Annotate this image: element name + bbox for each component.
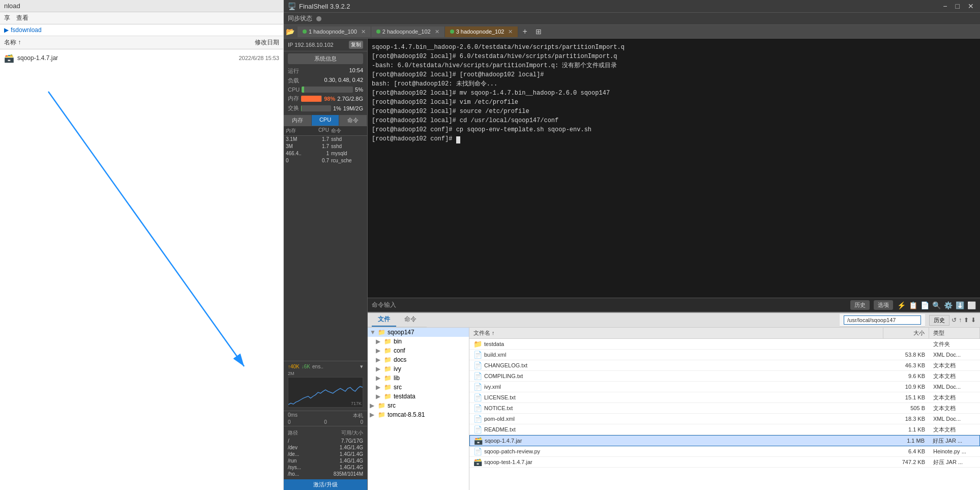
file-row-pom-old[interactable]: 📄pom-old.xml 18.3 KB XML Doc... — [469, 414, 980, 424]
terminal-output[interactable]: sqoop-1.4.7.bin__hadoop-2.6.0/testdata/h… — [368, 39, 980, 298]
disk-row[interactable]: /ho... 835M/1014M — [284, 471, 367, 477]
mem-label: 内存 — [288, 95, 299, 102]
download-file-icon[interactable]: ⬇ — [971, 316, 976, 324]
file-row-readme[interactable]: 📄README.txt 1.1 KB 文本文档 — [469, 424, 980, 435]
file-type: 好压 JAR ... — [929, 457, 980, 467]
tree-item-src2[interactable]: ▶ 📁 src — [368, 401, 469, 410]
path-input[interactable] — [844, 315, 921, 325]
copy-icon[interactable]: 📄 — [920, 301, 929, 309]
process-tabs: 内存 CPU 命令 — [284, 115, 367, 126]
process-tab-cpu[interactable]: CPU — [312, 115, 340, 126]
disk-row[interactable]: /de... 1.4G/1.4G — [284, 451, 367, 457]
file-row-testdata[interactable]: 📁testdata 文件夹 — [469, 339, 980, 350]
tree-item-lib[interactable]: ▶ 📁 lib — [368, 373, 469, 383]
file-row-sqoop-test[interactable]: 🗃️sqoop-test-1.4.7.jar 747.2 KB 好压 JAR .… — [469, 457, 980, 468]
folder-icon: 📁 — [384, 365, 392, 372]
tree-label: conf — [394, 347, 467, 354]
fl-header-name[interactable]: 文件名 ↑ — [469, 328, 883, 338]
fs-toolbar: 同步状态 — [284, 13, 980, 25]
tree-item-docs[interactable]: ▶ 📁 docs — [368, 355, 469, 364]
folder-icon: 📁 — [384, 356, 392, 363]
tree-item-tomcat[interactable]: ▶ 📁 tomcat-8.5.81 — [368, 410, 469, 419]
tab-command[interactable]: 命令 — [398, 313, 423, 327]
file-row-license[interactable]: 📄LICENSE.txt 15.1 KB 文本文档 — [469, 392, 980, 403]
tree-item-sqoop147[interactable]: ▼ 📁 sqoop147 — [368, 328, 469, 337]
tab-close-icon[interactable]: ✕ — [435, 28, 439, 35]
tab-hadoopnode-102-2[interactable]: 3 hadoopnode_102 ✕ — [445, 26, 519, 37]
disk-row[interactable]: /sys... 1.4G/1.4G — [284, 464, 367, 471]
history-btn[interactable]: 历史 — [929, 315, 949, 326]
ping-val-2: 0 — [360, 419, 363, 425]
download-icon[interactable]: ⬇️ — [956, 301, 964, 309]
maximize-button[interactable]: □ — [954, 2, 962, 10]
file-row-notice[interactable]: 📄NOTICE.txt 505 B 文本文档 — [469, 403, 980, 414]
left-breadcrumb[interactable]: ▶ fsdownload — [0, 24, 283, 36]
process-header: 内存 CPU 命令 — [284, 126, 367, 136]
term-line-2: -bash: 6.0/testdata/hive/scripts/partiti… — [372, 61, 976, 70]
fullscreen-icon[interactable]: ⬜ — [967, 301, 976, 309]
file-row-changelog[interactable]: 📄CHANGELOG.txt 46.3 KB 文本文档 — [469, 360, 980, 371]
sys-info-button[interactable]: 系统信息 — [288, 53, 363, 64]
file-row-build-xml[interactable]: 📄build.xml 53.8 KB XML Doc... — [469, 350, 980, 360]
file-row-sqoop-patch[interactable]: 📄sqoop-patch-review.py 6.4 KB Heinote.py… — [469, 446, 980, 457]
file-name: LICENSE.txt — [484, 394, 516, 400]
clipboard-icon[interactable]: 📋 — [909, 301, 917, 309]
left-title-bar: nload — [0, 0, 283, 12]
ip-copy-button[interactable]: 复制 — [349, 41, 363, 49]
grid-view-button[interactable]: ⊞ — [531, 25, 546, 38]
disk-path-2: /de... — [288, 451, 322, 457]
file-row-ivy-xml[interactable]: 📄ivy.xml 10.9 KB XML Doc... — [469, 382, 980, 392]
file-row-sqoop-jar[interactable]: 🗃️sqoop-1.4.7.jar 1.1 MB 好压 JAR ... — [469, 435, 980, 446]
tree-item-testdata[interactable]: ▶ 📁 testdata — [368, 392, 469, 401]
tree-item-conf[interactable]: ▶ 📁 conf — [368, 346, 469, 355]
tree-item-src[interactable]: ▶ 📁 src — [368, 383, 469, 392]
file-size: 505 B — [883, 404, 929, 412]
settings-icon[interactable]: ⚙️ — [944, 301, 953, 309]
process-tab-cmd[interactable]: 命令 — [339, 115, 367, 126]
command-input[interactable] — [400, 302, 846, 309]
tab-status-dot — [376, 30, 380, 34]
terminal-cursor — [456, 136, 460, 143]
process-row[interactable]: 3M 1.7 sshd — [284, 143, 367, 150]
fl-header-type[interactable]: 类型 — [929, 328, 980, 338]
menu-item-enjoy[interactable]: 享 — [4, 14, 10, 22]
disk-row[interactable]: /run 1.4G/1.4G — [284, 457, 367, 464]
tab-hadoopnode-102-1[interactable]: 2 hadoopnode_102 ✕ — [371, 26, 445, 37]
expand-icon: ▶ — [376, 393, 382, 400]
refresh-icon[interactable]: ↺ — [952, 316, 957, 324]
breadcrumb-path[interactable]: fsdownload — [11, 26, 42, 34]
fl-header-size[interactable]: 大小 — [883, 328, 929, 338]
options-button[interactable]: 选项 — [874, 300, 893, 310]
file-name: sqoop-1.4.7.jar — [17, 54, 203, 62]
file-toolbar: 历史 ↺ ↑ ⬆ ⬇ — [925, 315, 980, 326]
left-menu-bar: 享 查看 — [0, 12, 283, 24]
tab-hadoopnode-100[interactable]: 1 hadoopnode_100 ✕ — [298, 26, 371, 37]
tree-item-ivy[interactable]: ▶ 📁 ivy — [368, 364, 469, 373]
history-button[interactable]: 历史 — [850, 300, 870, 310]
search-icon[interactable]: 🔍 — [932, 301, 941, 309]
tab-close-icon[interactable]: ✕ — [508, 28, 513, 35]
disk-row[interactable]: /dev 1.4G/1.4G — [284, 444, 367, 451]
add-tab-button[interactable]: + — [518, 25, 531, 38]
file-size: 53.8 KB — [883, 351, 929, 359]
file-icon: 📄 — [473, 447, 482, 455]
upload-icon[interactable]: ⬆ — [964, 316, 969, 324]
menu-item-view[interactable]: 查看 — [16, 14, 28, 22]
lightning-icon[interactable]: ⚡ — [897, 301, 906, 309]
disk-row[interactable]: / 7.7G/17G — [284, 438, 367, 444]
file-row-compiling[interactable]: 📄COMPILING.txt 9.6 KB 文本文档 — [469, 371, 980, 382]
tab-file[interactable]: 文件 — [372, 313, 396, 327]
disk-avail-4: 1.4G/1.4G — [322, 465, 363, 470]
process-tab-memory[interactable]: 内存 — [284, 115, 312, 126]
tab-close-icon[interactable]: ✕ — [361, 28, 366, 35]
list-item[interactable]: 🗃️ sqoop-1.4.7.jar 2022/6/28 15:53 — [0, 51, 283, 65]
process-row[interactable]: 0 0.7 rcu_sche — [284, 157, 367, 164]
up-icon[interactable]: ↑ — [959, 316, 962, 324]
close-button[interactable]: ✕ — [966, 2, 976, 10]
process-row[interactable]: 466.4.. 1 mysqld — [284, 150, 367, 157]
net-expand-icon[interactable]: ▾ — [360, 363, 363, 370]
tree-item-bin[interactable]: ▶ 📁 bin — [368, 337, 469, 346]
upgrade-button[interactable]: 激活/升级 — [284, 479, 367, 490]
process-row[interactable]: 3.1M 1.7 sshd — [284, 136, 367, 143]
minimize-button[interactable]: − — [941, 2, 949, 10]
